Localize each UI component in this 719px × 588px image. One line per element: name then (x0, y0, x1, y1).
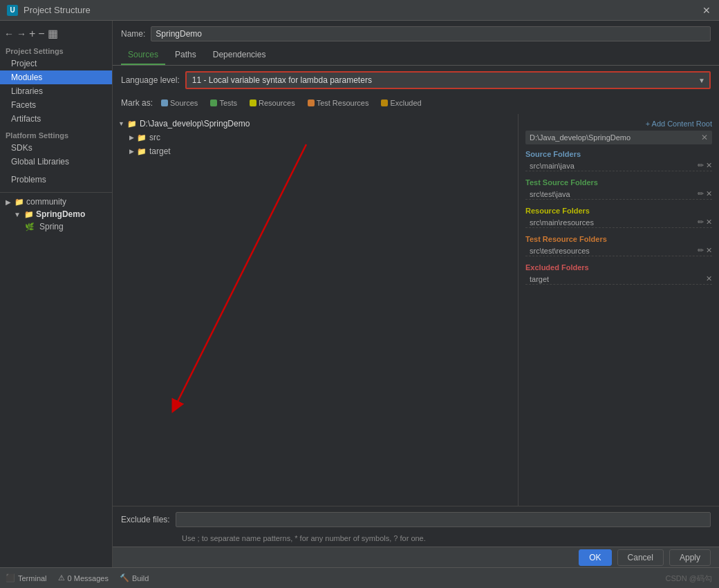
target-arrow-icon: ▶ (129, 148, 134, 155)
resource-folder-edit-0[interactable]: ✏ (698, 218, 704, 227)
mark-as-row: Mark as: Sources Tests Resources Test Re… (113, 95, 719, 114)
messages-icon: ⚠ (58, 573, 65, 582)
source-folder-edit-0[interactable]: ✏ (698, 161, 704, 170)
sidebar-item-project[interactable]: Project (0, 57, 112, 70)
sidebar-item-global-libraries[interactable]: Global Libraries (0, 155, 112, 169)
tree-item-community[interactable]: ▶ 📁 community (0, 196, 112, 208)
cancel-button[interactable]: Cancel (617, 549, 664, 566)
sidebar-label-sdks: SDKs (11, 143, 32, 153)
messages-tab[interactable]: ⚠ 0 Messages (58, 573, 109, 582)
name-input[interactable] (151, 26, 711, 41)
resource-folder-actions: ✏ ✕ (698, 218, 712, 227)
sidebar-label-problems: Problems (11, 175, 46, 184)
svg-line-0 (175, 144, 306, 407)
terminal-label: Terminal (18, 574, 47, 582)
test-source-folders-title: Test Source Folders (525, 178, 712, 187)
sidebar-label-libraries: Libraries (11, 86, 43, 96)
test-source-folder-remove-0[interactable]: ✕ (706, 189, 712, 198)
exclude-files-input[interactable] (176, 512, 711, 527)
file-tree-target[interactable]: ▶ 📁 target (113, 144, 518, 158)
terminal-tab[interactable]: ⬛ Terminal (6, 573, 47, 582)
tab-dependencies[interactable]: Dependencies (206, 46, 273, 65)
status-bar: ⬛ Terminal ⚠ 0 Messages 🔨 Build (0, 567, 719, 588)
source-folder-remove-0[interactable]: ✕ (706, 161, 712, 170)
excluded-folders-section: Excluded Folders target ✕ (525, 263, 712, 285)
mark-resources-label: Resources (259, 99, 295, 107)
test-resource-folder-remove-0[interactable]: ✕ (706, 246, 712, 255)
source-folder-actions: ✏ ✕ (698, 161, 712, 170)
excluded-dot (381, 99, 388, 106)
mark-sources-button[interactable]: Sources (157, 97, 202, 108)
ok-button[interactable]: OK (579, 549, 611, 566)
watermark: CSDN @码勾 (666, 573, 712, 584)
file-tree-root[interactable]: ▼ 📁 D:\Java_develop\SpringDemo (113, 117, 518, 131)
add-button[interactable]: + (29, 28, 35, 40)
sidebar-item-artifacts[interactable]: Artifacts (0, 112, 112, 126)
file-tree: ▼ 📁 D:\Java_develop\SpringDemo ▶ 📁 src ▶… (113, 114, 519, 506)
tab-sources[interactable]: Sources (121, 46, 165, 65)
build-tab[interactable]: 🔨 Build (120, 573, 149, 582)
test-source-folder-edit-0[interactable]: ✏ (698, 189, 704, 198)
mark-tests-button[interactable]: Tests (206, 97, 241, 108)
root-arrow-icon: ▼ (118, 120, 124, 127)
sources-dot (161, 99, 168, 106)
source-folders-section: Source Folders src\main\java ✏ ✕ (525, 150, 712, 171)
tabs-row: Sources Paths Dependencies (113, 46, 719, 66)
content-root-close-button[interactable]: ✕ (701, 133, 708, 142)
target-folder-icon: 📁 (137, 147, 147, 156)
language-level-label: Language level: (121, 75, 180, 85)
sidebar: ← → + − ▦ Project Settings Project Modul… (0, 21, 113, 567)
mark-excluded-button[interactable]: Excluded (377, 97, 425, 108)
sidebar-item-libraries[interactable]: Libraries (0, 84, 112, 98)
annotation-arrow (154, 137, 431, 428)
name-row: Name: (113, 21, 719, 46)
mark-test-resources-label: Test Resources (317, 99, 369, 107)
source-folder-entry-0: src\main\java ✏ ✕ (525, 160, 712, 171)
mark-as-label: Mark as: (121, 98, 153, 108)
file-tree-area: ▼ 📁 D:\Java_develop\SpringDemo ▶ 📁 src ▶… (113, 114, 719, 506)
test-resource-folders-section: Test Resource Folders src\test\resources… (525, 235, 712, 256)
test-resource-folder-entry-0: src\test\resources ✏ ✕ (525, 245, 712, 256)
test-resource-folder-edit-0[interactable]: ✏ (698, 246, 704, 255)
folder-icon-springdemo: 📁 (24, 210, 34, 219)
excluded-folder-actions: ✕ (706, 274, 712, 283)
test-source-folder-actions: ✏ ✕ (698, 189, 712, 198)
resource-folder-entry-0: src\main\resources ✏ ✕ (525, 217, 712, 228)
tests-dot (210, 99, 217, 106)
mark-resources-button[interactable]: Resources (245, 97, 299, 108)
sidebar-label-facets: Facets (11, 100, 36, 110)
mark-test-resources-button[interactable]: Test Resources (304, 97, 373, 108)
add-content-root-button[interactable]: + Add Content Root (646, 120, 712, 128)
remove-button[interactable]: − (38, 28, 44, 40)
platform-settings-header: Platform Settings (0, 126, 112, 141)
resource-folder-path-0: src\main\resources (530, 218, 594, 227)
tab-paths[interactable]: Paths (168, 46, 203, 65)
tree-item-spring[interactable]: 🌿 Spring (0, 220, 112, 233)
copy-button[interactable]: ▦ (48, 27, 58, 40)
name-label: Name: (121, 29, 145, 39)
close-button[interactable]: ✕ (701, 5, 712, 16)
forward-button[interactable]: → (17, 28, 26, 39)
sidebar-item-sdks[interactable]: SDKs (0, 141, 112, 155)
sidebar-item-facets[interactable]: Facets (0, 98, 112, 112)
tree-item-springdemo[interactable]: ▼ 📁 SpringDemo (0, 208, 112, 220)
excluded-folder-remove-0[interactable]: ✕ (706, 274, 712, 283)
language-level-select[interactable]: 11 - Local variable syntax for lambda pa… (187, 73, 709, 88)
test-source-folders-section: Test Source Folders src\test\java ✏ ✕ (525, 178, 712, 200)
test-resources-dot (308, 99, 315, 106)
excluded-folder-path-0: target (530, 275, 549, 283)
back-button[interactable]: ← (4, 28, 14, 39)
apply-button[interactable]: Apply (669, 549, 711, 566)
resource-folder-remove-0[interactable]: ✕ (706, 218, 712, 227)
sidebar-item-modules[interactable]: Modules (0, 70, 112, 84)
mark-excluded-label: Excluded (390, 99, 421, 107)
sidebar-item-problems[interactable]: Problems (0, 173, 112, 187)
terminal-icon: ⬛ (6, 573, 15, 582)
tree-arrow-springdemo: ▼ (14, 211, 21, 218)
src-folder-label: src (149, 133, 160, 142)
right-panel: + Add Content Root D:\Java_develop\Sprin… (519, 114, 719, 506)
exclude-files-label: Exclude files: (121, 515, 170, 524)
resources-dot (250, 99, 256, 106)
logo-text: U (10, 6, 15, 14)
file-tree-src[interactable]: ▶ 📁 src (113, 131, 518, 144)
